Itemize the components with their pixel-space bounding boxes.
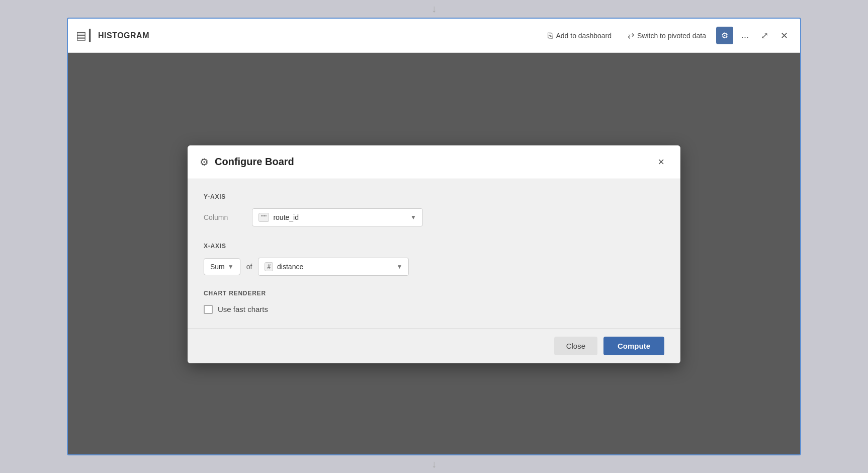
compute-button[interactable]: Compute [603,337,664,355]
arrow-bottom: ↓ [431,455,437,473]
configure-board-modal: ⚙ Configure Board × Y-AXIS Column [188,145,680,363]
fast-charts-label: Use fast charts [218,305,268,313]
modal-gear-icon: ⚙ [200,156,209,168]
main-panel: ▤┃ HISTOGRAM ⎘ Add to dashboard ⇄ Switch… [67,18,801,455]
add-dashboard-button[interactable]: ⎘ Add to dashboard [542,28,618,43]
x-column-value: distance [277,263,303,271]
close-panel-button[interactable]: ✕ [776,27,792,44]
switch-icon: ⇄ [628,31,634,40]
arrow-top: ↓ [431,0,437,18]
y-axis-column-select[interactable]: "" route_id ▼ [252,208,423,226]
x-column-chevron-icon: ▼ [396,263,402,270]
expand-button[interactable]: ⤢ [757,27,772,44]
x-axis-form-row: Sum ▼ of # distance ▼ [204,258,664,276]
x-axis-column-select[interactable]: # distance ▼ [258,258,409,276]
of-label: of [246,263,252,271]
y-column-chevron-icon: ▼ [410,214,416,221]
panel-header-right: ⎘ Add to dashboard ⇄ Switch to pivoted d… [542,27,792,44]
x-column-inner: # distance [265,262,303,271]
modal-close-button[interactable]: × [654,153,668,171]
settings-button[interactable]: ⚙ [716,27,733,44]
y-axis-column-inner: "" route_id [258,213,299,222]
fast-charts-row: Use fast charts [204,305,664,314]
column-label: Column [204,213,244,221]
switch-pivot-button[interactable]: ⇄ Switch to pivoted data [622,28,712,43]
fast-charts-checkbox[interactable] [204,305,213,314]
y-axis-form-row: Column "" route_id ▼ [204,208,664,226]
x-aggregate-value: Sum [210,263,225,271]
renderer-section: CHART RENDERER Use fast charts [204,290,664,314]
outer-wrapper: ↓ ▤┃ HISTOGRAM ⎘ Add to dashboard ⇄ Swit… [0,0,868,473]
x-axis-aggregate-select[interactable]: Sum ▼ [204,258,240,275]
x-column-type-icon: # [265,262,273,271]
y-column-type-icon: "" [258,213,269,222]
x-axis-section-label: X-AXIS [204,243,664,250]
modal-title: Configure Board [215,156,294,168]
close-button[interactable]: Close [554,337,597,355]
x-aggregate-chevron-icon: ▼ [228,263,234,270]
more-options-button[interactable]: ... [737,27,753,44]
histogram-icon: ▤┃ [76,29,93,42]
renderer-section-label: CHART RENDERER [204,290,664,297]
y-axis-section-label: Y-AXIS [204,193,664,200]
monitor-icon: ⎘ [548,31,553,40]
panel-title: HISTOGRAM [98,31,149,40]
panel-header-left: ▤┃ HISTOGRAM [76,29,149,42]
panel-content: ⚙ Configure Board × Y-AXIS Column [68,53,800,455]
modal-body: Y-AXIS Column "" route_id ▼ X [188,179,680,328]
modal-header: ⚙ Configure Board × [188,145,680,179]
section-divider-1 [204,230,664,243]
modal-title-group: ⚙ Configure Board [200,156,294,168]
modal-footer: Close Compute [188,328,680,363]
y-column-value: route_id [273,213,299,221]
panel-header: ▤┃ HISTOGRAM ⎘ Add to dashboard ⇄ Switch… [68,19,800,53]
